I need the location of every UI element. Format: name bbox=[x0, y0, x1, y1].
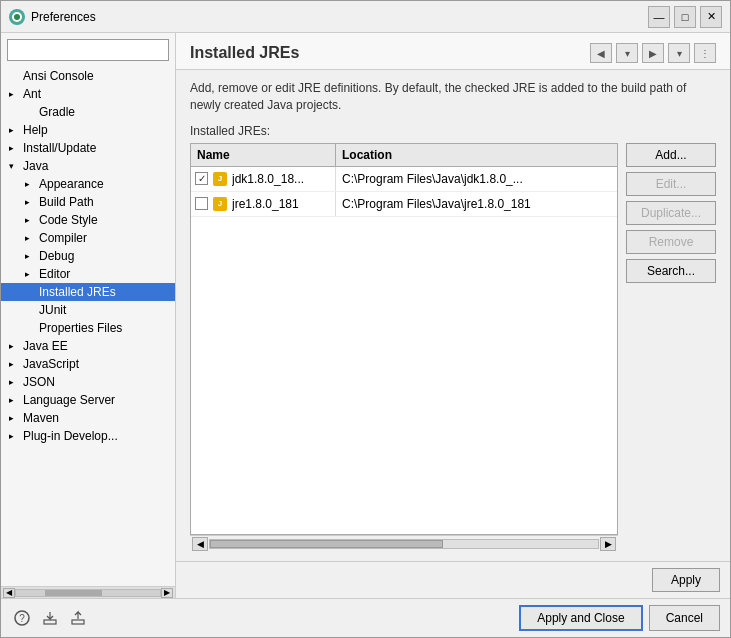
forward-button[interactable]: ▶ bbox=[642, 43, 664, 63]
sidebar: Ansi Console▸AntGradle▸Help▸Install/Upda… bbox=[1, 33, 176, 598]
sidebar-item-label: JSON bbox=[23, 375, 55, 389]
sidebar-item-label: Build Path bbox=[39, 195, 94, 209]
maximize-button[interactable]: □ bbox=[674, 6, 696, 28]
chevron-icon: ▸ bbox=[9, 143, 21, 153]
sidebar-item-label: Code Style bbox=[39, 213, 98, 227]
sidebar-item-maven[interactable]: ▸Maven bbox=[1, 409, 175, 427]
scroll-right-icon[interactable]: ▶ bbox=[161, 588, 173, 598]
scroll-track bbox=[15, 589, 161, 597]
add-button[interactable]: Add... bbox=[626, 143, 716, 167]
h-scroll-right-icon[interactable]: ▶ bbox=[600, 537, 616, 551]
installed-label: Installed JREs: bbox=[190, 124, 716, 138]
search-input[interactable] bbox=[7, 39, 169, 61]
svg-rect-4 bbox=[44, 620, 56, 624]
sidebar-scrollbar[interactable]: ◀ ▶ bbox=[1, 586, 175, 598]
main-content: Ansi Console▸AntGradle▸Help▸Install/Upda… bbox=[1, 33, 730, 598]
sidebar-item-install-update[interactable]: ▸Install/Update bbox=[1, 139, 175, 157]
sidebar-item-ant[interactable]: ▸Ant bbox=[1, 85, 175, 103]
h-scroll-thumb bbox=[210, 540, 443, 548]
sidebar-item-code-style[interactable]: ▸Code Style bbox=[1, 211, 175, 229]
cell-name: Jjre1.8.0_181 bbox=[191, 192, 336, 216]
sidebar-item-plugin-develop[interactable]: ▸Plug-in Develop... bbox=[1, 427, 175, 445]
search-button[interactable]: Search... bbox=[626, 259, 716, 283]
sidebar-item-installed-jres[interactable]: Installed JREs bbox=[1, 283, 175, 301]
sidebar-item-language-server[interactable]: ▸Language Server bbox=[1, 391, 175, 409]
sidebar-item-label: Maven bbox=[23, 411, 59, 425]
export-icon[interactable] bbox=[39, 607, 61, 629]
sidebar-item-java[interactable]: ▾Java bbox=[1, 157, 175, 175]
svg-text:?: ? bbox=[19, 613, 25, 624]
chevron-icon: ▸ bbox=[9, 341, 21, 351]
table-row[interactable]: Jjre1.8.0_181C:\Program Files\Java\jre1.… bbox=[191, 192, 617, 217]
close-button[interactable]: ✕ bbox=[700, 6, 722, 28]
sidebar-item-compiler[interactable]: ▸Compiler bbox=[1, 229, 175, 247]
sidebar-item-debug[interactable]: ▸Debug bbox=[1, 247, 175, 265]
sidebar-item-label: Properties Files bbox=[39, 321, 122, 335]
sidebar-item-javascript[interactable]: ▸JavaScript bbox=[1, 355, 175, 373]
panel-header: Installed JREs ◀ ▾ ▶ ▾ ⋮ bbox=[176, 33, 730, 70]
apply-button[interactable]: Apply bbox=[652, 568, 720, 592]
table-body: Jjdk1.8.0_18...C:\Program Files\Java\jdk… bbox=[191, 167, 617, 534]
import-icon[interactable] bbox=[67, 607, 89, 629]
jre-checkbox[interactable] bbox=[195, 197, 208, 210]
sidebar-item-help[interactable]: ▸Help bbox=[1, 121, 175, 139]
sidebar-item-label: Editor bbox=[39, 267, 70, 281]
minimize-button[interactable]: — bbox=[648, 6, 670, 28]
jre-checkbox[interactable] bbox=[195, 172, 208, 185]
sidebar-item-gradle[interactable]: Gradle bbox=[1, 103, 175, 121]
jre-icon-img: J bbox=[213, 172, 227, 186]
svg-rect-5 bbox=[72, 620, 84, 624]
sidebar-item-appearance[interactable]: ▸Appearance bbox=[1, 175, 175, 193]
sidebar-item-java-ee[interactable]: ▸Java EE bbox=[1, 337, 175, 355]
edit-button[interactable]: Edit... bbox=[626, 172, 716, 196]
cell-location: C:\Program Files\Java\jre1.8.0_181 bbox=[336, 193, 617, 215]
chevron-icon: ▸ bbox=[25, 251, 37, 261]
sidebar-item-properties-files[interactable]: Properties Files bbox=[1, 319, 175, 337]
jre-table: Name Location Jjdk1.8.0_18...C:\Program … bbox=[190, 143, 618, 535]
apply-bar: Apply bbox=[176, 561, 730, 598]
help-icon[interactable]: ? bbox=[11, 607, 33, 629]
sidebar-item-label: Ansi Console bbox=[23, 69, 94, 83]
chevron-icon: ▸ bbox=[9, 413, 21, 423]
jre-icon: J bbox=[212, 171, 228, 187]
sidebar-item-label: Debug bbox=[39, 249, 74, 263]
sidebar-item-junit[interactable]: JUnit bbox=[1, 301, 175, 319]
sidebar-item-json[interactable]: ▸JSON bbox=[1, 373, 175, 391]
scroll-left-icon[interactable]: ◀ bbox=[3, 588, 15, 598]
right-panel: Installed JREs ◀ ▾ ▶ ▾ ⋮ Add, remove or … bbox=[176, 33, 730, 598]
horizontal-scrollbar[interactable]: ◀ ▶ bbox=[190, 535, 618, 551]
title-bar: Preferences — □ ✕ bbox=[1, 1, 730, 33]
jre-name: jre1.8.0_181 bbox=[232, 197, 299, 211]
jre-table-area: Name Location Jjdk1.8.0_18...C:\Program … bbox=[190, 143, 716, 551]
sidebar-item-label: Java bbox=[23, 159, 48, 173]
scroll-thumb bbox=[45, 590, 103, 596]
h-scroll-left-icon[interactable]: ◀ bbox=[192, 537, 208, 551]
duplicate-button[interactable]: Duplicate... bbox=[626, 201, 716, 225]
table-row[interactable]: Jjdk1.8.0_18...C:\Program Files\Java\jdk… bbox=[191, 167, 617, 192]
remove-button[interactable]: Remove bbox=[626, 230, 716, 254]
window-controls: — □ ✕ bbox=[648, 6, 722, 28]
panel-title: Installed JREs bbox=[190, 44, 299, 62]
sidebar-item-label: Plug-in Develop... bbox=[23, 429, 118, 443]
sidebar-item-build-path[interactable]: ▸Build Path bbox=[1, 193, 175, 211]
chevron-icon: ▸ bbox=[9, 377, 21, 387]
sidebar-item-label: Installed JREs bbox=[39, 285, 116, 299]
jre-name: jdk1.8.0_18... bbox=[232, 172, 304, 186]
cancel-button[interactable]: Cancel bbox=[649, 605, 720, 631]
chevron-icon: ▸ bbox=[25, 215, 37, 225]
sidebar-item-label: Gradle bbox=[39, 105, 75, 119]
apply-close-button[interactable]: Apply and Close bbox=[519, 605, 642, 631]
cell-location: C:\Program Files\Java\jdk1.8.0_... bbox=[336, 168, 617, 190]
jre-icon-img: J bbox=[213, 197, 227, 211]
chevron-icon: ▸ bbox=[25, 233, 37, 243]
forward-dropdown-button[interactable]: ▾ bbox=[668, 43, 690, 63]
sidebar-item-ansi-console[interactable]: Ansi Console bbox=[1, 67, 175, 85]
h-scroll-track bbox=[209, 539, 599, 549]
window-title: Preferences bbox=[31, 10, 648, 24]
more-button[interactable]: ⋮ bbox=[694, 43, 716, 63]
back-dropdown-button[interactable]: ▾ bbox=[616, 43, 638, 63]
sidebar-item-label: Help bbox=[23, 123, 48, 137]
sidebar-item-label: Compiler bbox=[39, 231, 87, 245]
sidebar-item-editor[interactable]: ▸Editor bbox=[1, 265, 175, 283]
back-button[interactable]: ◀ bbox=[590, 43, 612, 63]
